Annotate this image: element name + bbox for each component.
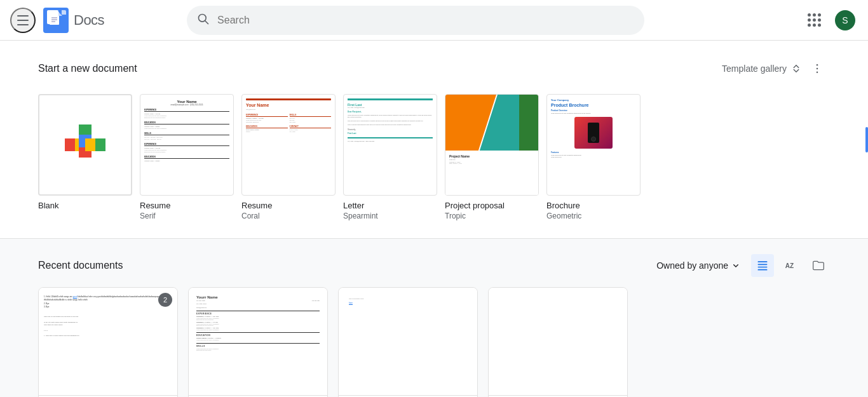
svg-text:AZ: AZ <box>785 262 794 269</box>
list-view-button[interactable] <box>751 254 774 277</box>
project-proposal-label: Project proposal <box>445 201 539 210</box>
blank-template-label: Blank <box>38 201 132 210</box>
app-name: Docs <box>74 12 104 29</box>
templates-controls: Template gallery <box>722 56 830 81</box>
doc-card-3[interactable]: last commented here here Untitled docume… <box>338 287 478 397</box>
documents-grid: 2 1. Hello 12fdsfd3 rohith sangu am good… <box>38 287 830 397</box>
folder-button[interactable] <box>807 254 830 277</box>
svg-rect-0 <box>50 12 59 25</box>
resume-serif-thumb: Your Name email@example.com · (555) 555-… <box>140 94 234 196</box>
project-proposal-sublabel: Tropic <box>445 212 539 220</box>
blank-template-thumb <box>38 94 132 196</box>
svg-rect-17 <box>758 264 768 266</box>
svg-point-8 <box>817 72 818 74</box>
templates-section-header: Start a new document Template gallery <box>38 56 830 81</box>
app-header: Docs S <box>0 0 868 41</box>
brochure-sublabel: Geometric <box>546 212 641 220</box>
svg-rect-18 <box>758 267 768 268</box>
template-card-resume-coral[interactable]: Your Name your@email.com EXPERIENCE Comp… <box>241 94 336 220</box>
doc-card-2[interactable]: Yourr Name 123 Your Street 123-456-7890 … <box>188 287 328 397</box>
resume-serif-label: Resume <box>140 201 234 210</box>
grid-dots-icon <box>808 13 821 27</box>
account-button[interactable]: S <box>832 8 858 33</box>
sort-az-icon: AZ <box>784 259 797 272</box>
template-card-letter-spearmint[interactable]: First Last City, State · email@email.com… <box>343 94 437 220</box>
template-card-blank[interactable]: Blank <box>38 94 132 220</box>
doc-preview-3: last commented here here <box>339 288 477 396</box>
recent-controls: Owned by anyone AZ <box>651 254 830 277</box>
recent-section: Recent documents Owned by anyone <box>0 239 868 397</box>
hamburger-icon <box>17 15 29 25</box>
svg-point-7 <box>817 68 818 70</box>
svg-point-6 <box>817 64 818 66</box>
brochure-geometric-thumb: Your Company Product Brochure Product Ov… <box>546 94 641 196</box>
resume-coral-label: Resume <box>241 201 336 210</box>
google-apps-button[interactable] <box>802 8 827 33</box>
main-content: Start a new document Template gallery <box>0 41 868 397</box>
templates-section: Start a new document Template gallery <box>0 41 868 239</box>
folder-icon <box>812 259 825 272</box>
more-vert-icon <box>811 62 824 75</box>
logo-link[interactable]: Docs <box>43 8 104 33</box>
list-view-icon <box>756 259 769 272</box>
svg-line-5 <box>205 20 208 24</box>
doc-card-1[interactable]: 2 1. Hello 12fdsfd3 rohith sangu am good… <box>38 287 178 397</box>
letter-spearmint-thumb: First Last City, State · email@email.com… <box>343 94 437 196</box>
svg-rect-9 <box>65 138 75 151</box>
comment-badge: 2 <box>158 293 172 307</box>
owned-by-chevron-icon <box>731 260 741 271</box>
resume-coral-thumb: Your Name your@email.com EXPERIENCE Comp… <box>241 94 336 196</box>
svg-rect-15 <box>95 138 105 151</box>
doc-preview-2: Yourr Name 123 Your Street 123-456-7890 … <box>189 288 327 396</box>
svg-rect-16 <box>758 261 768 262</box>
svg-rect-14 <box>85 138 95 151</box>
letter-spearmint-sublabel: Spearmint <box>343 212 437 220</box>
doc-preview-4 <box>489 288 627 396</box>
brochure-label: Brochure <box>546 201 641 210</box>
search-icon <box>197 13 210 28</box>
avatar: S <box>835 10 855 30</box>
svg-rect-19 <box>758 269 768 271</box>
google-plus-icon <box>65 124 105 165</box>
docs-file-icon <box>49 11 63 29</box>
search-bar <box>187 6 644 35</box>
resume-coral-sublabel: Coral <box>241 212 336 220</box>
recent-section-title: Recent documents <box>38 260 123 271</box>
templates-section-title: Start a new document <box>38 63 137 74</box>
template-gallery-label: Template gallery <box>722 64 787 74</box>
menu-button[interactable] <box>10 8 36 33</box>
recent-section-header: Recent documents Owned by anyone <box>38 254 830 277</box>
template-gallery-button[interactable]: Template gallery <box>722 63 802 74</box>
docs-logo-icon <box>43 8 69 33</box>
template-card-project-proposal[interactable]: Project Name SUBTITLE Prepared by: Name … <box>445 94 539 220</box>
sort-az-button[interactable]: AZ <box>779 254 802 277</box>
letter-spearmint-label: Letter <box>343 201 437 210</box>
more-options-button[interactable] <box>804 56 830 81</box>
template-card-brochure[interactable]: Your Company Product Brochure Product Ov… <box>546 94 641 220</box>
expand-icon <box>790 63 802 74</box>
doc-preview-1: 2 1. Hello 12fdsfd3 rohith sangu am good… <box>39 288 177 396</box>
resume-serif-sublabel: Serif <box>140 212 234 220</box>
scrollbar-indicator <box>865 127 868 152</box>
search-input[interactable] <box>187 6 644 35</box>
templates-grid: Blank Your Name email@example.com · (555… <box>38 94 830 220</box>
svg-rect-11 <box>79 124 92 135</box>
template-card-resume-serif[interactable]: Your Name email@example.com · (555) 555-… <box>140 94 234 220</box>
owned-by-filter-button[interactable]: Owned by anyone <box>651 257 746 274</box>
project-proposal-thumb: Project Name SUBTITLE Prepared by: Name … <box>445 94 539 196</box>
header-right-actions: S <box>802 8 858 33</box>
owned-by-label: Owned by anyone <box>656 260 728 271</box>
doc-card-4[interactable]: Untitled document Opened 1 week ago ⋮ <box>488 287 628 397</box>
